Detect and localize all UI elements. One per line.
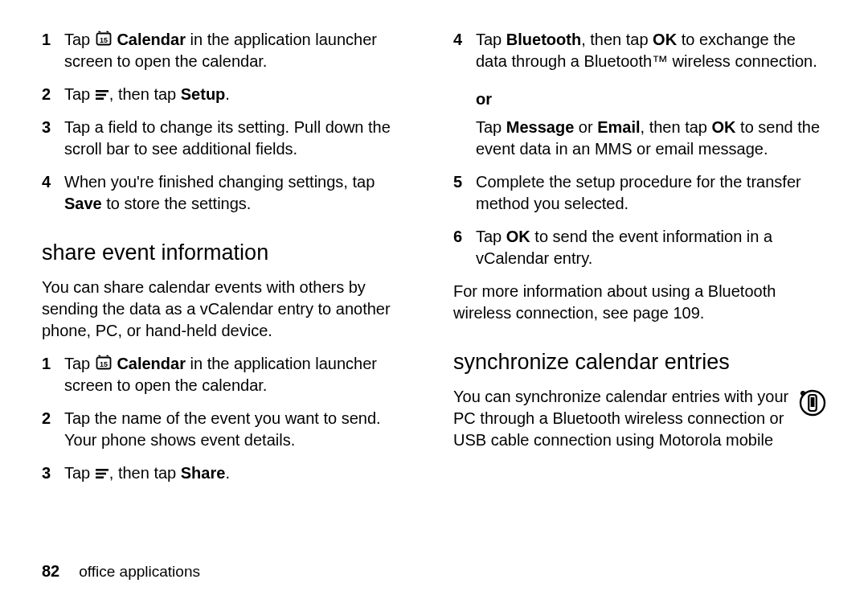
numbered-step: 1Tap 15 Calendar in the application laun… xyxy=(42,29,415,72)
steps-list-a: 1Tap 15 Calendar in the application laun… xyxy=(42,29,415,226)
page-number: 82 xyxy=(42,562,59,581)
steps-list-d: 5Complete the setup procedure for the tr… xyxy=(453,171,826,281)
numbered-step: 3Tap a field to change its setting. Pull… xyxy=(42,117,415,160)
steps-list-b: 1Tap 15 Calendar in the application laun… xyxy=(42,353,415,495)
bold-text: OK xyxy=(712,118,736,136)
svg-rect-4 xyxy=(96,97,104,100)
step-number: 3 xyxy=(42,462,64,484)
bold-text: Calendar xyxy=(117,31,186,48)
numbered-step: 4When you're finished changing settings,… xyxy=(42,171,415,215)
step-text: Tap the name of the event you want to se… xyxy=(64,408,415,451)
bold-text: OK xyxy=(653,31,677,48)
svg-rect-9 xyxy=(96,476,104,478)
svg-rect-8 xyxy=(96,473,106,475)
step-number: 4 xyxy=(453,29,476,72)
menu-icon xyxy=(95,468,109,479)
svg-rect-2 xyxy=(96,90,108,92)
step-text: Tap , then tap Share. xyxy=(64,462,415,484)
numbered-step: 2Tap the name of the event you want to s… xyxy=(42,408,415,451)
or-label: or xyxy=(476,90,826,109)
bold-text: Share xyxy=(181,464,226,482)
step-text: Tap , then tap Setup. xyxy=(64,84,415,105)
step-text: Tap a field to change its setting. Pull … xyxy=(64,117,415,160)
step-text: Tap 15 Calendar in the application launc… xyxy=(64,29,415,72)
sync-icon xyxy=(797,388,826,420)
right-column: 4Tap Bluetooth, then tap OK to exchange … xyxy=(453,29,826,544)
numbered-step: 4Tap Bluetooth, then tap OK to exchange … xyxy=(453,29,826,72)
calendar-icon: 15 xyxy=(95,31,113,47)
step-number: 2 xyxy=(42,84,64,105)
steps-list-c: 4Tap Bluetooth, then tap OK to exchange … xyxy=(453,29,826,84)
svg-text:15: 15 xyxy=(100,36,108,44)
numbered-step: 5Complete the setup procedure for the tr… xyxy=(453,171,826,215)
step-text: Tap OK to send the event information in … xyxy=(476,226,826,269)
step-number: 6 xyxy=(453,226,476,269)
svg-text:15: 15 xyxy=(100,360,108,368)
step-number: 5 xyxy=(453,171,476,215)
svg-rect-7 xyxy=(96,469,108,471)
step-number: 1 xyxy=(42,29,64,72)
bold-text: Bluetooth xyxy=(506,31,581,48)
numbered-step: 2Tap , then tap Setup. xyxy=(42,84,415,105)
bold-text: Setup xyxy=(181,85,226,103)
bold-text: Save xyxy=(64,195,102,212)
svg-rect-3 xyxy=(96,94,106,97)
bold-text: OK xyxy=(506,228,530,245)
bold-text: Calendar xyxy=(117,355,186,372)
step-number: 2 xyxy=(42,408,64,451)
page-columns: 1Tap 15 Calendar in the application laun… xyxy=(42,29,826,544)
heading-sync: synchronize calendar entries xyxy=(453,350,826,375)
step-text: Tap Bluetooth, then tap OK to exchange t… xyxy=(476,29,826,72)
or-para: Tap Message or Email, then tap OK to sen… xyxy=(476,117,826,160)
step-text: Tap 15 Calendar in the application launc… xyxy=(64,353,415,396)
step-text: Complete the setup procedure for the tra… xyxy=(476,171,826,215)
page-footer: 82 office applications xyxy=(42,562,200,581)
calendar-icon: 15 xyxy=(95,355,113,371)
sync-para: You can synchronize calendar entries wit… xyxy=(453,386,789,451)
footer-label: office applications xyxy=(79,563,200,581)
step-text: When you're finished changing settings, … xyxy=(64,171,415,215)
step-number: 3 xyxy=(42,117,64,160)
bold-text: Message xyxy=(506,118,575,136)
numbered-step: 3Tap , then tap Share. xyxy=(42,462,415,484)
bold-text: Email xyxy=(597,118,640,136)
heading-share: share event information xyxy=(42,240,415,265)
share-intro-para: You can share calendar events with other… xyxy=(42,277,415,342)
bt-info-para: For more information about using a Bluet… xyxy=(453,281,826,324)
svg-rect-12 xyxy=(811,397,815,407)
sync-row: You can synchronize calendar entries wit… xyxy=(453,386,826,462)
numbered-step: 1Tap 15 Calendar in the application laun… xyxy=(42,353,415,396)
numbered-step: 6Tap OK to send the event information in… xyxy=(453,226,826,269)
menu-icon xyxy=(95,89,109,101)
step-number: 1 xyxy=(42,353,64,396)
step-number: 4 xyxy=(42,171,64,215)
left-column: 1Tap 15 Calendar in the application laun… xyxy=(42,29,415,544)
